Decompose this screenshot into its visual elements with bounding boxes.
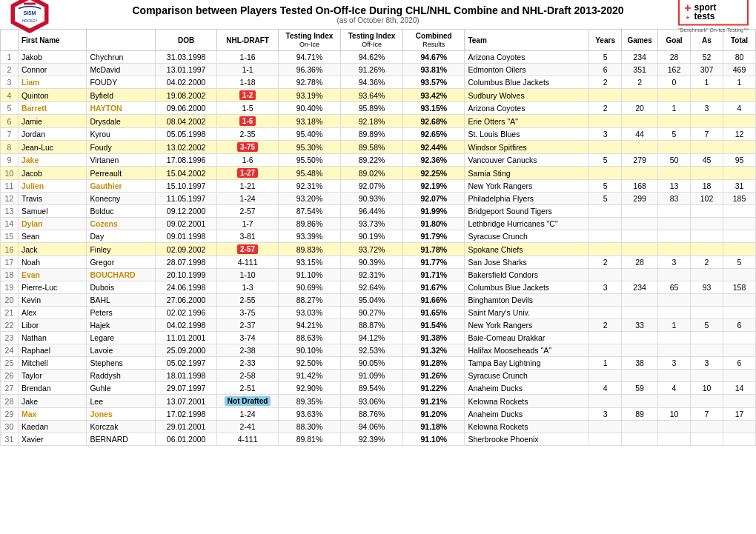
- player-dob: 27.06.2000: [155, 294, 216, 307]
- table-row: 12 Travis Konecny 11.05.1997 1-24 93.20%…: [1, 193, 756, 205]
- draft-value: 1-5: [242, 104, 253, 113]
- players-table: First Name DOB NHL-DRAFT Testing IndexOn…: [0, 29, 756, 446]
- player-last-name: Finley: [87, 243, 156, 256]
- player-last-name: Lavoie: [87, 344, 156, 357]
- player-assists: [691, 89, 723, 102]
- testing-off-ice: 89.89%: [341, 128, 403, 141]
- sism-hockey-logo: SISM HOCKEY: [7, 0, 52, 36]
- player-total: [723, 115, 755, 128]
- player-last-name: Bolduc: [87, 205, 156, 218]
- testing-off-ice: 92.53%: [341, 344, 403, 357]
- player-last-name: Peters: [87, 307, 156, 319]
- player-total: 95: [723, 154, 755, 167]
- player-assists: [691, 307, 723, 319]
- player-draft: 1-27: [217, 167, 279, 180]
- player-total: 31: [723, 180, 755, 193]
- player-years: [589, 218, 622, 230]
- row-number: 30: [1, 421, 19, 433]
- table-row: 19 Pierre-Luc Dubois 24.06.1998 1-3 90.6…: [1, 281, 756, 294]
- player-last-name: Lee: [87, 395, 156, 408]
- player-draft: 1-10: [217, 269, 279, 281]
- table-row: 1 Jakob Chychrun 31.03.1998 1-16 94.71% …: [1, 51, 756, 64]
- player-dob: 02.02.1996: [155, 307, 216, 319]
- draft-value: 1-6: [242, 156, 253, 164]
- player-games: 279: [622, 154, 658, 167]
- row-number: 9: [1, 154, 19, 167]
- player-draft: 1-2: [217, 89, 279, 102]
- testing-on-ice: 94.21%: [278, 319, 340, 332]
- player-goals: 28: [658, 51, 691, 64]
- player-dob: 15.04.2002: [155, 167, 216, 180]
- player-games: [622, 307, 658, 319]
- testing-off-ice: 89.58%: [341, 141, 403, 154]
- testing-on-ice: 95.40%: [278, 128, 340, 141]
- player-games: [622, 395, 658, 408]
- player-draft: 4-111: [217, 433, 279, 446]
- player-last-name: BOUCHARD: [87, 269, 156, 281]
- row-number: 2: [1, 64, 19, 76]
- player-assists: 102: [691, 193, 723, 205]
- testing-off-ice: 94.62%: [341, 51, 403, 64]
- player-draft: 2-55: [217, 294, 279, 307]
- player-team: Erie Otters "A": [465, 115, 589, 128]
- row-number: 3: [1, 76, 19, 89]
- player-total: [723, 332, 755, 344]
- player-draft: 1-1: [217, 64, 279, 76]
- player-first-name: Max: [18, 408, 87, 421]
- testing-on-ice: 91.42%: [278, 370, 340, 382]
- player-last-name: McDavid: [87, 64, 156, 76]
- testing-off-ice: 93.73%: [341, 218, 403, 230]
- testing-on-ice: 92.78%: [278, 76, 340, 89]
- player-last-name: Byfield: [87, 89, 156, 102]
- main-title: Comparison between Players Tested On-Off…: [132, 4, 623, 16]
- combined-results: 91.18%: [403, 421, 465, 433]
- player-assists: 3: [691, 102, 723, 115]
- player-total: [723, 243, 755, 256]
- table-row: 10 Jacob Perreault 15.04.2002 1-27 95.48…: [1, 167, 756, 180]
- player-total: 4: [723, 102, 755, 115]
- row-number: 15: [1, 230, 19, 243]
- player-goals: [658, 433, 691, 446]
- player-last-name: Gregor: [87, 256, 156, 269]
- player-assists: [691, 141, 723, 154]
- row-number: 11: [1, 180, 19, 193]
- combined-results: 91.10%: [403, 433, 465, 446]
- player-assists: [691, 218, 723, 230]
- testing-on-ice: 88.63%: [278, 332, 340, 344]
- testing-on-ice: 92.50%: [278, 357, 340, 370]
- player-last-name: BERNARD: [87, 433, 156, 446]
- player-team: New York Rangers: [465, 180, 589, 193]
- player-goals: 1: [658, 319, 691, 332]
- player-years: [589, 294, 622, 307]
- player-first-name: Jake: [18, 154, 87, 167]
- row-number: 22: [1, 319, 19, 332]
- player-draft: 1-6: [217, 154, 279, 167]
- subtitle: (as of October 8th, 2020): [132, 16, 623, 24]
- player-draft: 1-16: [217, 51, 279, 64]
- player-years: 2: [589, 76, 622, 89]
- player-draft: 2-38: [217, 344, 279, 357]
- player-first-name: Brendan: [18, 382, 87, 395]
- draft-value: 1-16: [240, 53, 256, 61]
- player-team: Bakersfield Condors: [465, 269, 589, 281]
- player-team: Sudbury Wolves: [465, 89, 589, 102]
- player-years: 5: [589, 193, 622, 205]
- player-games: 234: [622, 281, 658, 294]
- player-first-name: Sean: [18, 230, 87, 243]
- testing-off-ice: 92.07%: [341, 180, 403, 193]
- player-draft: 2-37: [217, 319, 279, 332]
- player-dob: 08.04.2002: [155, 115, 216, 128]
- player-first-name: Evan: [18, 269, 87, 281]
- testing-on-ice: 93.63%: [278, 408, 340, 421]
- player-draft: 3-81: [217, 230, 279, 243]
- player-assists: 3: [691, 357, 723, 370]
- draft-value: 4-111: [238, 258, 258, 267]
- table-row: 6 Jamie Drysdale 08.04.2002 1-6 93.18% 9…: [1, 115, 756, 128]
- player-team: Columbus Blue Jackets: [465, 76, 589, 89]
- player-years: 2: [589, 256, 622, 269]
- player-dob: 04.02.1998: [155, 319, 216, 332]
- testing-on-ice: 94.71%: [278, 51, 340, 64]
- row-number: 19: [1, 281, 19, 294]
- player-years: [589, 421, 622, 433]
- player-dob: 05.02.1997: [155, 357, 216, 370]
